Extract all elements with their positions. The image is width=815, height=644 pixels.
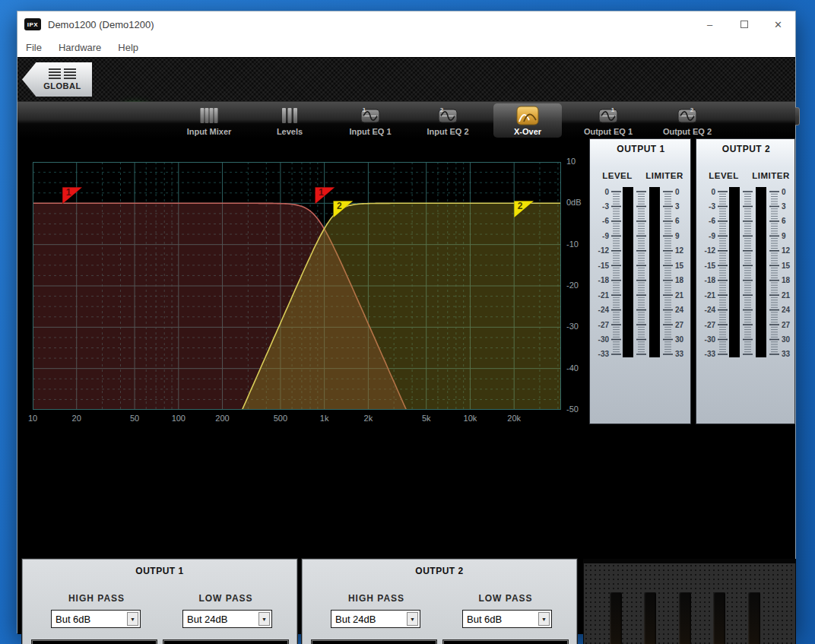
- svg-text:-9: -9: [602, 232, 609, 240]
- svg-text:-27: -27: [705, 321, 716, 329]
- svg-text:-6: -6: [709, 217, 715, 225]
- level-meter-bar: [623, 187, 633, 357]
- svg-text:33: 33: [782, 350, 791, 358]
- svg-text:0: 0: [711, 188, 715, 196]
- y-axis-tick-label: 10: [566, 157, 592, 166]
- svg-text:1: 1: [611, 106, 615, 113]
- x-axis-tick-label: 20: [62, 414, 92, 423]
- svg-text:18: 18: [675, 276, 684, 284]
- main-area: 11221020501002005001k2k5k10k20k100dB-10-…: [17, 138, 795, 634]
- svg-text:27: 27: [675, 321, 684, 329]
- svg-text:2: 2: [518, 201, 523, 211]
- output2-lowpass-filter-select[interactable]: But 6dB ▼: [462, 610, 552, 628]
- svg-text:-33: -33: [705, 350, 716, 358]
- x-axis-tick-label: 50: [119, 414, 150, 423]
- panel-title: OUTPUT 2: [303, 566, 576, 576]
- svg-text:33: 33: [675, 350, 684, 358]
- output1-lowpass-filter-select[interactable]: But 24dB ▼: [182, 610, 272, 628]
- tab-input-eq-2[interactable]: 2Input EQ 2: [414, 103, 482, 138]
- svg-text:0: 0: [604, 188, 609, 196]
- menu-hardware[interactable]: Hardware: [59, 42, 101, 53]
- x-axis-tick-label: 200: [208, 414, 238, 423]
- tab-bar: Input MixerLevels1Input EQ 12Input EQ 2X…: [17, 102, 795, 138]
- svg-text:LIMITER: LIMITER: [645, 171, 683, 180]
- svg-text:15: 15: [675, 262, 684, 270]
- high-pass-label: HIGH PASS: [32, 593, 161, 604]
- tab-input-mixer[interactable]: Input Mixer: [175, 103, 243, 138]
- limiter-meter-bar: [756, 187, 766, 357]
- y-axis-tick-label: 0dB: [566, 198, 592, 207]
- svg-text:3: 3: [675, 202, 680, 211]
- svg-text:-21: -21: [598, 291, 610, 300]
- speaker-grille-graphic: [583, 559, 796, 644]
- tab-levels[interactable]: Levels: [255, 103, 324, 138]
- menu-bar: File Hardware Help: [17, 37, 795, 57]
- output-2-panel: OUTPUT 2 HIGH PASS LOW PASS But 24dB ▼ B…: [302, 559, 577, 644]
- svg-text:-24: -24: [598, 306, 610, 314]
- svg-text:OUTPUT 2: OUTPUT 2: [722, 144, 770, 154]
- tab-input-eq-1[interactable]: 1Input EQ 1: [336, 103, 404, 138]
- svg-text:0: 0: [675, 188, 680, 196]
- app-window: IPX Demo1200 (Demo1200) – ✕ File Hardwar…: [17, 11, 796, 633]
- svg-text:-27: -27: [598, 321, 610, 329]
- svg-text:21: 21: [782, 291, 791, 300]
- chevron-down-icon[interactable]: ▼: [407, 612, 418, 626]
- crossover-chart: 11221020501002005001k2k5k10k20k100dB-10-…: [17, 138, 589, 432]
- level-meter-bar: [729, 187, 740, 357]
- y-axis-tick-label: -20: [566, 281, 592, 290]
- output1-highpass-filter-select[interactable]: But 6dB ▼: [51, 610, 141, 628]
- minimize-button[interactable]: –: [693, 11, 727, 37]
- output-1-panel: OUTPUT 1 HIGH PASS LOW PASS But 6dB ▼ Bu…: [22, 559, 297, 644]
- panel-title: OUTPUT 1: [23, 566, 297, 576]
- svg-text:-21: -21: [705, 291, 716, 300]
- x-axis-tick-label: 100: [163, 414, 194, 423]
- x-axis-tick-label: 20k: [499, 414, 529, 423]
- output2-highpass-filter-select[interactable]: But 24dB ▼: [331, 610, 420, 628]
- y-axis-tick-label: -40: [566, 363, 592, 373]
- title-bar[interactable]: IPX Demo1200 (Demo1200) – ✕: [17, 11, 795, 37]
- tab-output-eq-2[interactable]: 2Output EQ 2: [653, 103, 721, 138]
- svg-text:24: 24: [675, 306, 684, 314]
- close-button[interactable]: ✕: [761, 11, 795, 37]
- svg-text:2: 2: [337, 201, 342, 211]
- output-1-meter-panel: OUTPUT 1LEVELLIMITER00-33-66-99-1212-151…: [589, 138, 691, 424]
- svg-text:-18: -18: [705, 276, 716, 284]
- chevron-down-icon[interactable]: ▼: [538, 612, 550, 626]
- svg-text:21: 21: [675, 291, 684, 300]
- svg-text:6: 6: [675, 217, 680, 225]
- chevron-down-icon[interactable]: ▼: [127, 612, 138, 626]
- output-2-meter-panel: OUTPUT 2LEVELLIMITER00-33-66-99-1212-151…: [696, 138, 795, 424]
- chevron-down-icon[interactable]: ▼: [258, 612, 270, 626]
- svg-text:2: 2: [440, 106, 444, 113]
- limiter-meter-bar: [649, 187, 660, 357]
- output2-highpass-frequency-display: 1152 Hz: [312, 640, 436, 644]
- svg-text:12: 12: [782, 246, 791, 255]
- svg-text:1: 1: [363, 106, 366, 113]
- x-axis-tick-label: 2k: [353, 414, 383, 423]
- svg-text:18: 18: [782, 276, 791, 284]
- svg-text:-9: -9: [709, 232, 715, 240]
- xover-icon: [516, 105, 539, 126]
- svg-text:12: 12: [675, 246, 684, 255]
- tab-x-over[interactable]: X-Over: [493, 103, 562, 138]
- maximize-button[interactable]: [727, 11, 761, 37]
- tab-output-eq-1[interactable]: 1Output EQ 1: [574, 103, 642, 138]
- svg-text:LEVEL: LEVEL: [709, 171, 739, 180]
- svg-text:30: 30: [675, 335, 684, 344]
- y-axis-tick-label: -10: [566, 240, 592, 249]
- high-pass-label: HIGH PASS: [312, 593, 441, 604]
- svg-text:9: 9: [675, 232, 680, 240]
- svg-text:LEVEL: LEVEL: [602, 171, 633, 180]
- svg-text:6: 6: [782, 217, 786, 225]
- global-button[interactable]: GLOBAL: [22, 62, 92, 97]
- x-axis-tick-label: 500: [265, 414, 296, 423]
- svg-text:-12: -12: [705, 246, 716, 255]
- svg-text:15: 15: [782, 262, 791, 270]
- svg-text:-30: -30: [598, 335, 610, 344]
- menu-help[interactable]: Help: [118, 42, 138, 53]
- svg-text:1: 1: [66, 187, 71, 198]
- menu-file[interactable]: File: [26, 42, 42, 53]
- svg-text:1: 1: [319, 187, 324, 198]
- low-pass-label: LOW PASS: [441, 593, 570, 604]
- svg-text:-3: -3: [602, 202, 609, 211]
